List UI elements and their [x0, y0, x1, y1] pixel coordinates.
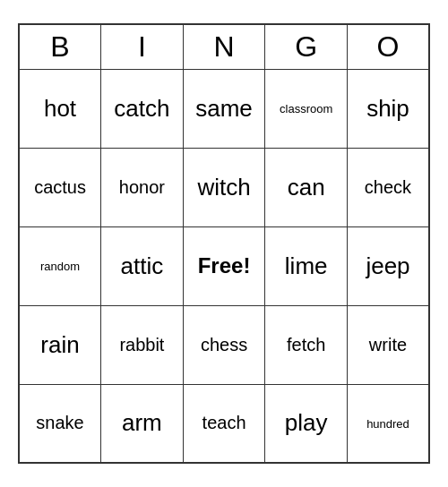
- bingo-cell-0-0: hot: [19, 69, 101, 148]
- bingo-cell-0-2: same: [183, 69, 265, 148]
- bingo-cell-2-0: random: [19, 226, 101, 305]
- header-col-n: N: [183, 24, 265, 69]
- bingo-cell-4-0: snake: [19, 384, 101, 463]
- bingo-cell-4-4: hundred: [347, 384, 429, 463]
- bingo-cell-3-3: fetch: [265, 305, 348, 384]
- bingo-card: BINGO hotcatchsameclassroomshipcactushon…: [18, 23, 430, 464]
- header-col-o: O: [347, 24, 429, 69]
- bingo-row-3: rainrabbitchessfetchwrite: [19, 305, 429, 384]
- bingo-cell-1-0: cactus: [19, 148, 101, 226]
- bingo-row-1: cactushonorwitchcancheck: [19, 148, 429, 226]
- bingo-cell-2-2: Free!: [183, 226, 265, 305]
- bingo-cell-1-4: check: [347, 148, 429, 226]
- header-col-g: G: [265, 24, 348, 69]
- bingo-cell-1-1: honor: [101, 148, 184, 226]
- bingo-cell-3-4: write: [347, 305, 429, 384]
- header-col-b: B: [19, 24, 101, 69]
- bingo-cell-4-3: play: [265, 384, 348, 463]
- bingo-cell-4-1: arm: [101, 384, 184, 463]
- bingo-cell-2-1: attic: [101, 226, 184, 305]
- bingo-cell-3-1: rabbit: [101, 305, 184, 384]
- bingo-cell-3-2: chess: [183, 305, 265, 384]
- bingo-row-0: hotcatchsameclassroomship: [19, 69, 429, 148]
- bingo-cell-1-3: can: [265, 148, 348, 226]
- bingo-cell-0-3: classroom: [265, 69, 348, 148]
- bingo-cell-2-3: lime: [265, 226, 348, 305]
- bingo-cell-1-2: witch: [183, 148, 265, 226]
- bingo-cell-3-0: rain: [19, 305, 101, 384]
- bingo-cell-2-4: jeep: [347, 226, 429, 305]
- bingo-row-2: randomatticFree!limejeep: [19, 226, 429, 305]
- header-col-i: I: [101, 24, 184, 69]
- bingo-cell-0-1: catch: [101, 69, 184, 148]
- bingo-cell-0-4: ship: [347, 69, 429, 148]
- bingo-header-row: BINGO: [19, 24, 429, 69]
- bingo-cell-4-2: teach: [183, 384, 265, 463]
- bingo-row-4: snakearmteachplayhundred: [19, 384, 429, 463]
